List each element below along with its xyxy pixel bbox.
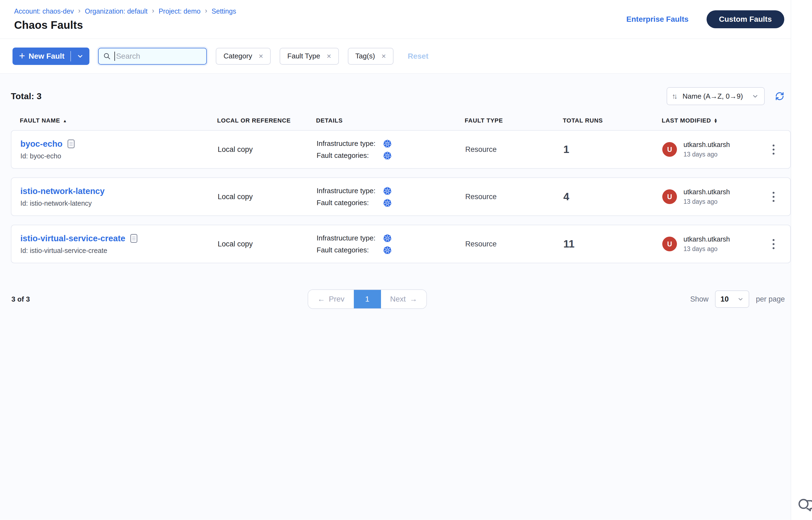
close-icon[interactable]: × — [382, 52, 386, 60]
document-icon[interactable] — [68, 139, 75, 148]
close-icon[interactable]: × — [259, 52, 263, 60]
plus-icon: + — [19, 51, 25, 62]
fault-name-link[interactable]: istio-virtual-service-create — [20, 234, 125, 243]
kubernetes-icon[interactable] — [383, 246, 391, 254]
text-caret — [115, 52, 115, 61]
total-count: Total: 3 — [11, 91, 42, 101]
table-header: FAULT NAME ▲ LOCAL OR REFERENCE DETAILS … — [11, 117, 791, 124]
kubernetes-icon[interactable] — [383, 234, 391, 242]
modified-time: 13 days ago — [683, 198, 730, 205]
header-actions: Enterprise Faults Custom Faults — [626, 10, 784, 28]
help-chat-icon[interactable] — [797, 497, 812, 517]
infrastructure-type-label: Infrastructure type: — [316, 187, 383, 195]
page-1-button[interactable]: 1 — [354, 290, 381, 308]
avatar: U — [662, 142, 677, 157]
infrastructure-type-label: Infrastructure type: — [316, 139, 383, 148]
sort-dropdown[interactable]: ↑↓ Name (A→Z, 0→9) — [667, 87, 765, 105]
breadcrumb-organization[interactable]: Organization: default — [85, 7, 148, 15]
reset-filters-button[interactable]: Reset — [408, 52, 428, 60]
per-page-label: per page — [756, 295, 785, 304]
chaos-faults-page: Account: chaos-dev › Organization: defau… — [0, 0, 812, 520]
last-modified-cell: U utkarsh.utkarsh 13 days ago — [662, 188, 760, 205]
local-or-reference-value: Local copy — [218, 240, 316, 248]
fault-categories-label: Fault categories: — [316, 246, 383, 254]
next-page-button[interactable]: Next → — [381, 290, 427, 308]
fault-id: Id: istio-virtual-service-create — [20, 247, 218, 255]
column-last-modified[interactable]: LAST MODIFIED ▲▼ — [662, 117, 761, 124]
fault-row: istio-network-latency Id: istio-network-… — [11, 177, 791, 216]
fault-categories-label: Fault categories: — [316, 151, 383, 160]
custom-faults-button[interactable]: Custom Faults — [707, 10, 784, 28]
row-menu-button[interactable] — [765, 142, 782, 157]
row-menu-button[interactable] — [765, 189, 782, 205]
pagination-controls: ← Prev 1 Next → — [308, 289, 427, 309]
kubernetes-icon[interactable] — [383, 151, 391, 160]
toolbar: + New Fault Category × Fault Type × — [0, 39, 791, 74]
page-size-value: 10 — [720, 295, 729, 304]
pagination-summary: 3 of 3 — [11, 295, 30, 304]
column-local-or-reference: LOCAL OR REFERENCE — [217, 117, 316, 124]
breadcrumb-settings[interactable]: Settings — [212, 7, 236, 15]
kubernetes-icon[interactable] — [383, 187, 391, 195]
new-fault-label: New Fault — [28, 52, 65, 60]
refresh-icon[interactable] — [775, 91, 785, 101]
fault-name-link[interactable]: istio-network-latency — [20, 186, 105, 196]
modified-time: 13 days ago — [683, 151, 730, 158]
prev-page-button[interactable]: ← Prev — [308, 290, 354, 308]
breadcrumb-account[interactable]: Account: chaos-dev — [14, 7, 74, 15]
new-fault-button[interactable]: + New Fault — [12, 48, 90, 65]
breadcrumb-separator-icon: › — [78, 7, 81, 15]
column-fault-name[interactable]: FAULT NAME ▲ — [20, 117, 217, 124]
breadcrumb-project[interactable]: Project: demo — [159, 7, 201, 15]
filter-chip-category[interactable]: Category × — [216, 48, 271, 64]
local-or-reference-value: Local copy — [218, 192, 316, 201]
avatar: U — [662, 189, 677, 204]
chip-label: Tag(s) — [355, 52, 375, 60]
fault-name-cell: istio-virtual-service-create Id: istio-v… — [20, 234, 218, 255]
column-details: DETAILS — [316, 117, 465, 124]
total-runs-value: 11 — [563, 238, 662, 250]
sort-ascending-icon: ▲ — [63, 119, 67, 123]
page-header: Account: chaos-dev › Organization: defau… — [0, 0, 791, 39]
total-runs-value: 1 — [563, 144, 662, 155]
fault-name-link[interactable]: byoc-echo — [20, 139, 62, 149]
arrow-right-icon: → — [409, 295, 417, 304]
fault-row: istio-virtual-service-create Id: istio-v… — [11, 225, 791, 263]
modified-by-user: utkarsh.utkarsh — [683, 141, 730, 149]
modified-by-user: utkarsh.utkarsh — [683, 235, 730, 243]
close-icon[interactable]: × — [327, 52, 331, 60]
document-icon[interactable] — [130, 234, 137, 243]
fault-name-cell: byoc-echo Id: byoc-echo — [20, 139, 218, 160]
kubernetes-icon[interactable] — [383, 199, 391, 207]
fault-id: Id: istio-network-latency — [20, 200, 218, 207]
details-cell: Infrastructure type: — [316, 187, 465, 207]
chevron-down-icon[interactable] — [75, 51, 85, 61]
sort-both-icon: ▲▼ — [714, 118, 718, 123]
filter-chip-tags[interactable]: Tag(s) × — [348, 48, 394, 64]
breadcrumb-separator-icon: › — [205, 7, 207, 15]
sort-value: Name (A→Z, 0→9) — [683, 92, 743, 101]
button-divider — [70, 51, 71, 61]
infrastructure-type-label: Infrastructure type: — [316, 234, 383, 242]
chip-label: Category — [223, 52, 252, 60]
enterprise-faults-link[interactable]: Enterprise Faults — [626, 15, 689, 24]
page-size-dropdown[interactable]: 10 — [715, 290, 749, 308]
sort-arrows-icon: ↑↓ — [672, 92, 678, 101]
chip-label: Fault Type — [287, 52, 320, 60]
row-menu-button[interactable] — [765, 236, 782, 252]
breadcrumb-separator-icon: › — [152, 7, 154, 15]
kubernetes-icon[interactable] — [383, 139, 391, 148]
main-area: Account: chaos-dev › Organization: defau… — [0, 0, 791, 520]
search-input[interactable] — [116, 52, 202, 60]
list-controls: ↑↓ Name (A→Z, 0→9) — [667, 87, 785, 105]
content-area: Total: 3 ↑↓ Name (A→Z, 0→9) — [0, 74, 791, 520]
total-runs-value: 4 — [563, 191, 662, 203]
pagination: 3 of 3 ← Prev 1 Next → Show 10 — [11, 289, 791, 309]
fault-row: byoc-echo Id: byoc-echo Local copy Infra… — [11, 130, 791, 169]
fault-type-value: Resource — [465, 192, 563, 201]
fault-id: Id: byoc-echo — [20, 152, 218, 160]
right-rail — [791, 0, 812, 520]
filter-chip-fault-type[interactable]: Fault Type × — [280, 48, 338, 64]
fault-type-value: Resource — [465, 240, 563, 248]
search-box[interactable] — [98, 48, 207, 64]
